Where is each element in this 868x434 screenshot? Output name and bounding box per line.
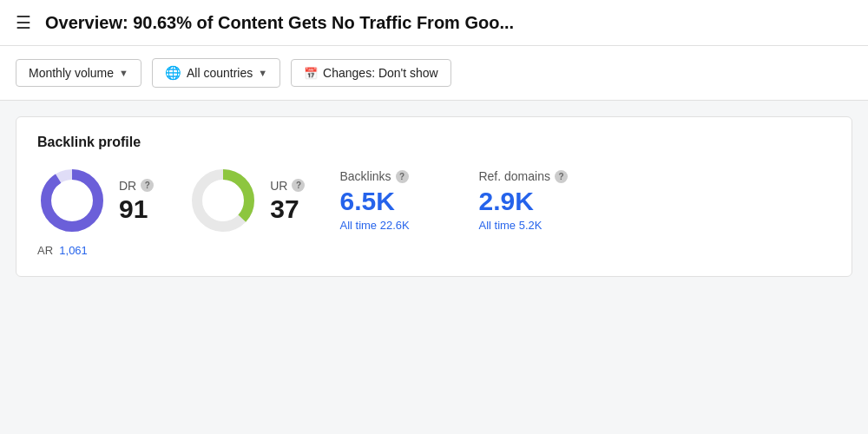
ref-domains-alltime: All time 5.2K <box>478 219 582 232</box>
main-content: Backlink profile <box>0 101 868 293</box>
ref-domains-label: Ref. domains ? <box>478 169 582 183</box>
changes-filter-button[interactable]: 📅 Changes: Don't show <box>291 59 451 87</box>
dr-metric-info: DR ? 91 <box>119 179 154 223</box>
globe-icon: 🌐 <box>165 65 181 81</box>
backlinks-alltime: All time 22.6K <box>339 219 444 232</box>
page-title: Overview: 90.63% of Content Gets No Traf… <box>45 13 514 33</box>
ar-label: AR <box>37 244 53 257</box>
countries-dropdown-arrow-icon: ▼ <box>258 68 267 78</box>
metrics-row: DR ? 91 <box>37 166 831 235</box>
hamburger-icon[interactable]: ☰ <box>16 12 31 33</box>
backlinks-label: Backlinks ? <box>339 169 444 183</box>
ur-value: 37 <box>270 194 305 223</box>
ref-domains-alltime-value[interactable]: 5.2K <box>519 219 542 232</box>
countries-filter-label: All countries <box>187 66 253 80</box>
backlink-profile-card: Backlink profile <box>16 116 852 277</box>
dr-metric-group: DR ? 91 <box>37 166 154 235</box>
ur-metric-info: UR ? 37 <box>270 179 305 223</box>
backlinks-metric: Backlinks ? 6.5K All time 22.6K <box>339 169 444 232</box>
dr-value: 91 <box>119 194 154 223</box>
svg-point-2 <box>53 181 91 220</box>
metrics-wrapper: DR ? 91 <box>37 166 831 257</box>
volume-filter-button[interactable]: Monthly volume ▼ <box>16 59 141 87</box>
changes-filter-label: Changes: Don't show <box>323 66 438 80</box>
volume-dropdown-arrow-icon: ▼ <box>119 68 128 78</box>
app-header: ☰ Overview: 90.63% of Content Gets No Tr… <box>0 0 868 46</box>
dr-donut-chart <box>37 166 107 235</box>
dr-help-icon[interactable]: ? <box>141 179 154 192</box>
backlinks-help-icon[interactable]: ? <box>396 170 409 183</box>
countries-filter-button[interactable]: 🌐 All countries ▼ <box>152 58 280 88</box>
ar-value[interactable]: 1,061 <box>59 244 88 257</box>
backlinks-value[interactable]: 6.5K <box>339 187 444 215</box>
svg-point-5 <box>204 181 242 220</box>
backlinks-alltime-value[interactable]: 22.6K <box>380 219 410 232</box>
ar-row: AR 1,061 <box>37 244 831 257</box>
ref-domains-value[interactable]: 2.9K <box>478 187 582 215</box>
ref-domains-metric: Ref. domains ? 2.9K All time 5.2K <box>478 169 582 232</box>
filter-bar: Monthly volume ▼ 🌐 All countries ▼ 📅 Cha… <box>0 46 868 101</box>
ref-domains-help-icon[interactable]: ? <box>555 170 568 183</box>
volume-filter-label: Monthly volume <box>29 66 114 80</box>
dr-label: DR ? <box>119 179 154 193</box>
ur-donut-chart <box>188 166 258 235</box>
card-title: Backlink profile <box>37 135 831 150</box>
ur-label: UR ? <box>270 179 305 193</box>
ur-help-icon[interactable]: ? <box>292 179 305 192</box>
calendar-icon: 📅 <box>304 67 318 80</box>
ur-metric-group: UR ? 37 <box>188 166 305 235</box>
